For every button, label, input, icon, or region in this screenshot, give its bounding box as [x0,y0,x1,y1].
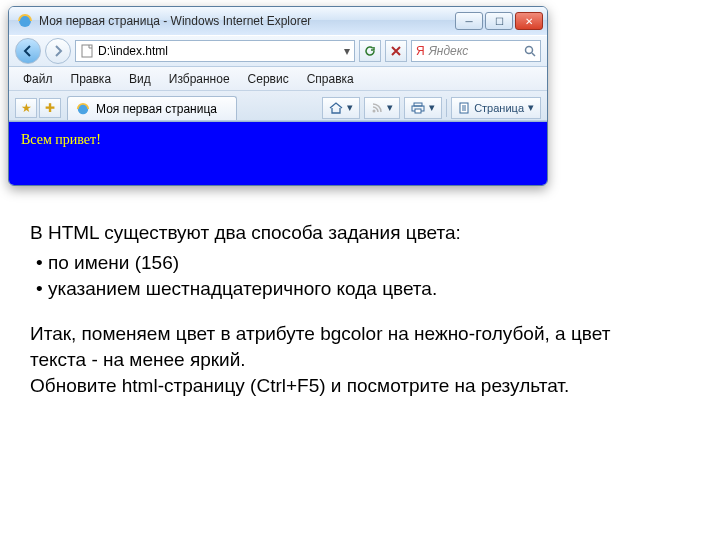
page-hello-text: Всем привет! [21,132,535,148]
page-content: Всем привет! [9,121,547,185]
browser-window: Моя первая страница - Windows Internet E… [8,6,548,186]
menu-tools[interactable]: Сервис [240,70,297,88]
article-line: Обновите html-страницу (Ctrl+F5) и посмо… [30,373,670,399]
article-line: Итак, поменяем цвет в атрибуте bgcolor н… [30,321,670,373]
tab-bar: ★ ✚ Моя первая страница ▾ ▾ ▾ [9,91,547,121]
search-placeholder: Яндекс [429,44,520,58]
search-icon[interactable] [524,45,536,57]
navigation-toolbar: D:\index.html ▾ Я Яндекс [9,35,547,67]
menu-help[interactable]: Справка [299,70,362,88]
home-button[interactable]: ▾ [322,97,360,119]
ie-icon [76,102,90,116]
menu-edit[interactable]: Правка [63,70,120,88]
menu-view[interactable]: Вид [121,70,159,88]
article-bullet: по имени (156) [36,250,670,276]
menu-file[interactable]: Файл [15,70,61,88]
minimize-button[interactable]: ─ [455,12,483,30]
close-button[interactable]: ✕ [515,12,543,30]
chevron-down-icon: ▾ [528,101,534,114]
chevron-down-icon: ▾ [347,101,353,114]
svg-rect-7 [415,109,421,113]
window-title: Моя первая страница - Windows Internet E… [39,14,449,28]
svg-point-2 [526,47,533,54]
search-box[interactable]: Я Яндекс [411,40,541,62]
page-menu-button[interactable]: Страница ▾ [451,97,541,119]
window-buttons: ─ ☐ ✕ [455,12,543,30]
svg-rect-1 [82,45,92,57]
favorites-buttons: ★ ✚ [15,98,61,118]
article-bullet: указанием шестнадцатеричного кода цвета. [36,276,670,302]
address-text: D:\index.html [98,44,340,58]
svg-point-4 [373,109,376,112]
address-bar[interactable]: D:\index.html ▾ [75,40,355,62]
tab-title: Моя первая страница [96,102,217,116]
print-button[interactable]: ▾ [404,97,442,119]
refresh-button[interactable] [359,40,381,62]
page-menu-label: Страница [474,102,524,114]
favorites-star-button[interactable]: ★ [15,98,37,118]
feeds-button[interactable]: ▾ [364,97,400,119]
menu-bar: Файл Правка Вид Избранное Сервис Справка [9,67,547,91]
maximize-button[interactable]: ☐ [485,12,513,30]
tab-active[interactable]: Моя первая страница [67,96,237,120]
title-bar: Моя первая страница - Windows Internet E… [9,7,547,35]
command-bar: ▾ ▾ ▾ Страница ▾ [243,97,541,119]
add-favorite-button[interactable]: ✚ [39,98,61,118]
separator [446,99,447,117]
chevron-down-icon: ▾ [387,101,393,114]
stop-button[interactable] [385,40,407,62]
dropdown-icon[interactable]: ▾ [344,44,350,58]
article-line: В HTML существуют два способа задания цв… [30,220,670,246]
back-button[interactable] [15,38,41,64]
search-provider-icon: Я [416,44,425,58]
page-icon [80,44,94,58]
chevron-down-icon: ▾ [429,101,435,114]
article-text: В HTML существуют два способа задания цв… [30,220,670,399]
menu-favorites[interactable]: Избранное [161,70,238,88]
forward-button[interactable] [45,38,71,64]
ie-icon [17,13,33,29]
